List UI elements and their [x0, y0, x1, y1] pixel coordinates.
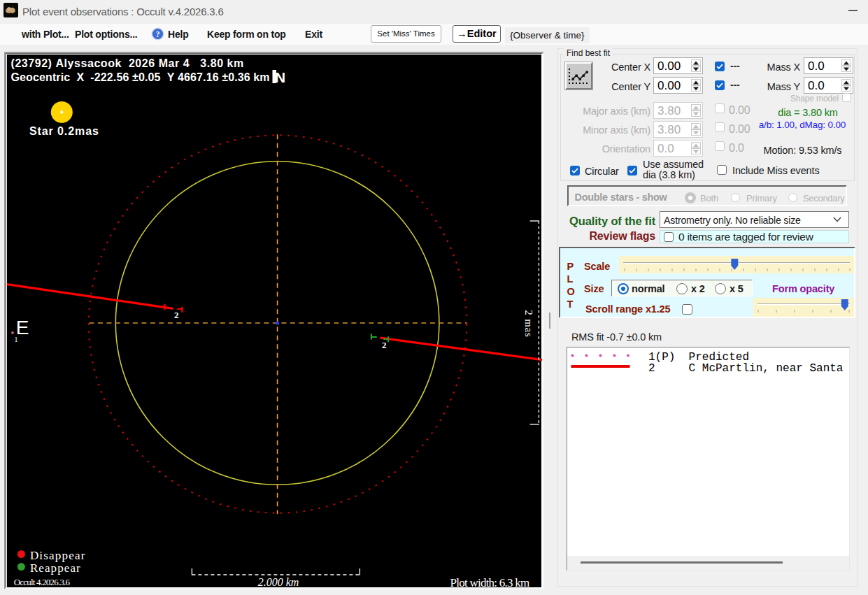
svg-text:N: N	[275, 69, 285, 85]
svg-text:(23792) Alyssacook 2026 Mar 4: (23792) Alyssacook 2026 Mar 4 3.80 km	[11, 57, 244, 69]
svg-text:Star 0.2mas: Star 0.2mas	[29, 125, 99, 137]
svg-text:2: 2	[382, 340, 387, 350]
svg-text:2 C McPartlin, near Santa: 2 C McPartlin, near Santa	[648, 362, 844, 375]
svg-text:1: 1	[14, 335, 18, 343]
svg-text:Disappear: Disappear	[30, 549, 86, 562]
svg-text:2: 2	[174, 310, 179, 320]
svg-text:2 mas: 2 mas	[523, 310, 534, 337]
svg-text:?: ?	[156, 30, 160, 38]
svg-text:Geocentric X -222.56 ±0.05: Geocentric X -222.56 ±0.05 Y 4667.16 ±0.…	[11, 71, 270, 83]
svg-text:Reappear: Reappear	[30, 561, 81, 575]
svg-text:2.000 km: 2.000 km	[258, 576, 299, 588]
svg-text:Plot width: 6.3 km: Plot width: 6.3 km	[450, 576, 530, 589]
svg-text:Occult 4.2026.3.6: Occult 4.2026.3.6	[14, 577, 71, 587]
